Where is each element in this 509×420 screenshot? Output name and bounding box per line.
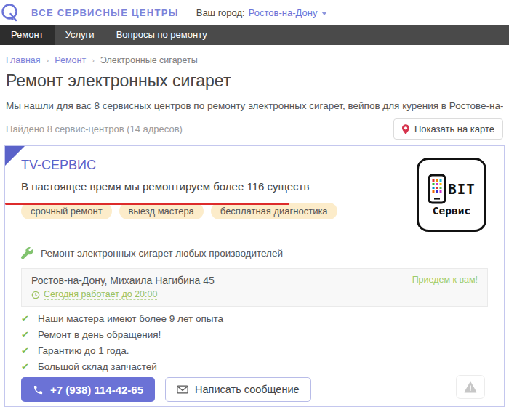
nav-item-repair-questions[interactable]: Вопросы по ремонту [105, 25, 218, 45]
check-icon: ✔ [21, 329, 29, 340]
feature-text: Гарантию до 1 года. [38, 345, 129, 356]
check-icon: ✔ [21, 345, 29, 356]
working-hours-row: Сегодня работает до 20:00 [31, 289, 478, 300]
page: ВСЕ СЕРВИСНЫЕ ЦЕНТРЫ Ваш город: Ростов-н… [0, 0, 509, 420]
list-item: ✔ Гарантию до 1 года. [21, 345, 488, 356]
phone-icon [33, 384, 44, 395]
breadcrumb-separator-icon: › [47, 56, 49, 65]
send-message-label: Написать сообщение [195, 384, 300, 395]
card-corner-ribbon [5, 146, 25, 166]
brand-logo-icon[interactable] [1, 2, 20, 23]
results-count: Найдено 8 сервис-центров (14 адресов) [6, 124, 183, 134]
top-header: ВСЕ СЕРВИСНЫЕ ЦЕНТРЫ Ваш город: Ростов-н… [0, 0, 509, 25]
envelope-icon [177, 385, 188, 394]
city-selector[interactable]: Ростов-на-Дону [249, 7, 318, 18]
feature-list: ✔ Наши мастера имеют более 9 лет опыта ✔… [21, 313, 488, 372]
list-item: ✔ Большой склад запчастей [21, 361, 488, 372]
logo-text-service: Сервис [433, 205, 470, 217]
main-nav: Ремонт Услуги Вопросы по ремонту [0, 25, 509, 45]
check-icon: ✔ [21, 361, 29, 372]
brand-title[interactable]: ВСЕ СЕРВИСНЫЕ ЦЕНТРЫ [31, 7, 179, 18]
list-item: ✔ Ремонт в день обращения! [21, 329, 488, 340]
cta-row: +7 (938) 114-42-65 Написать сообщение [21, 377, 488, 402]
page-title: Ремонт электронных сигарет [6, 71, 503, 91]
call-phone-button[interactable]: +7 (938) 114-42-65 [21, 377, 155, 402]
city-label: Ваш город: [196, 7, 245, 18]
page-description: Мы нашли для вас 8 сервисных центров по … [6, 100, 503, 111]
results-header-row: Найдено 8 сервис-центров (14 адресов) По… [6, 118, 503, 140]
breadcrumb-current: Электронные сигареты [100, 55, 198, 65]
tag-free-diagnostics: бесплатная диагностика [211, 203, 337, 219]
tag-urgent-repair: срочный ремонт [21, 203, 112, 219]
visit-note: Приедем к вам! [412, 275, 478, 285]
service-line-row: Ремонт электронных сигарет любых произво… [21, 247, 488, 259]
service-center-name-link[interactable]: TV-СЕРВИС [21, 158, 96, 173]
show-on-map-button[interactable]: Показать на карте [393, 118, 503, 140]
chevron-down-icon [321, 12, 327, 15]
feature-text: Большой склад запчастей [38, 361, 157, 372]
wrench-icon [21, 247, 33, 259]
map-pin-icon [402, 124, 409, 134]
clock-icon [31, 291, 40, 299]
nav-item-services[interactable]: Услуги [55, 25, 105, 45]
address-text: Ростов-на-Дону, Михаила Нагибина 45 [31, 275, 478, 286]
logo-text-bit: BIT [448, 181, 475, 197]
city-selector-group: Ваш город: Ростов-на-Дону [196, 7, 328, 18]
breadcrumb-repair[interactable]: Ремонт [55, 55, 86, 65]
send-message-button[interactable]: Написать сообщение [165, 377, 311, 402]
nav-item-repair[interactable]: Ремонт [0, 25, 55, 45]
pixel-phone-icon [428, 174, 446, 204]
phone-number: +7 (938) 114-42-65 [50, 384, 143, 396]
report-problem-button[interactable] [456, 375, 485, 399]
warning-triangle-icon [464, 381, 477, 393]
service-line-text: Ремонт электронных сигарет любых произво… [41, 248, 283, 259]
content-area: Главная › Ремонт › Электронные сигареты … [0, 55, 509, 407]
working-hours-link[interactable]: Сегодня работает до 20:00 [44, 289, 157, 300]
tag-master-visit: выезд мастера [119, 203, 204, 219]
logo-top-row: BIT [428, 174, 475, 204]
show-on-map-label: Показать на карте [414, 124, 494, 134]
check-icon: ✔ [21, 313, 29, 324]
breadcrumb-separator-icon: › [92, 56, 95, 65]
list-item: ✔ Наши мастера имеют более 9 лет опыта [21, 313, 488, 324]
company-logo: BIT Сервис [417, 158, 486, 232]
breadcrumb-home[interactable]: Главная [6, 55, 41, 65]
breadcrumb: Главная › Ремонт › Электронные сигареты [6, 55, 503, 65]
red-underline-annotation [5, 203, 289, 205]
feature-text: Ремонт в день обращения! [38, 329, 161, 340]
feature-text: Наши мастера имеют более 9 лет опыта [38, 313, 223, 324]
address-box: Ростов-на-Дону, Михаила Нагибина 45 Сего… [21, 268, 488, 307]
service-center-card: TV-СЕРВИС В настоящее время мы ремонтиру… [4, 145, 505, 407]
